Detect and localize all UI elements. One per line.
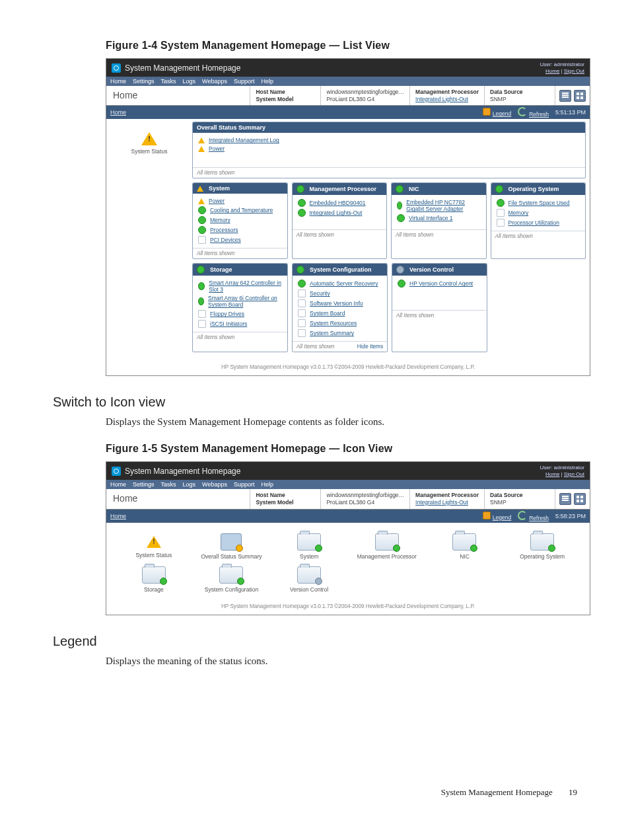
folder-management-processor[interactable]: Management Processor	[351, 533, 423, 560]
host-name-label: Host Name	[256, 89, 315, 96]
view-icon-button[interactable]	[574, 493, 586, 505]
folder-label: Overall Status Summary	[196, 553, 267, 560]
menu-webapps[interactable]: Webapps	[202, 481, 227, 488]
folder-version-control[interactable]: Version Control	[273, 566, 345, 593]
view-list-button[interactable]	[559, 493, 571, 505]
document-icon	[298, 319, 306, 327]
hp-logo-icon	[112, 467, 121, 476]
view-list-button[interactable]	[559, 90, 571, 102]
list-item[interactable]: Processors	[198, 226, 282, 234]
list-item[interactable]: Smart Array 642 Controller in Slot 3	[198, 280, 282, 293]
menu-support[interactable]: Support	[234, 78, 255, 85]
list-item[interactable]: File System Space Used	[497, 199, 580, 207]
page-footer: System Management Homepage 19	[53, 787, 590, 798]
folder-icon	[297, 566, 321, 584]
system-status-label: System Status	[109, 148, 190, 155]
folder-storage[interactable]: Storage	[118, 566, 190, 593]
refresh-link[interactable]: Refresh	[529, 515, 549, 521]
list-item[interactable]: System Resources	[298, 319, 382, 327]
folder-system-configuration[interactable]: System Configuration	[196, 566, 267, 593]
list-item[interactable]: Cooling and Temperature	[198, 206, 282, 214]
ok-icon	[297, 185, 304, 193]
infobar: Home Host Name System Model windowssnmpt…	[106, 489, 590, 509]
folder-overall-status-summary[interactable]: Overall Status Summary	[196, 533, 267, 560]
link-home[interactable]: Home	[545, 471, 559, 477]
list-item[interactable]: Memory	[198, 216, 282, 224]
list-item[interactable]: Integrated Management Log	[198, 137, 580, 143]
mp-label: Management Processor	[415, 89, 479, 96]
left-pane: System Status	[106, 119, 192, 360]
breadcrumb-home[interactable]: Home	[110, 109, 126, 116]
menu-logs[interactable]: Logs	[183, 78, 196, 85]
heading-switch-to-icon-view: Switch to Icon view	[53, 395, 590, 410]
menu-logs[interactable]: Logs	[183, 481, 196, 488]
list-item[interactable]: Virtual Interface 1	[397, 214, 481, 222]
mp-link[interactable]: Integrated Lights-Out	[415, 96, 479, 103]
list-item[interactable]: Smart Array 6i Controller on System Boar…	[198, 295, 282, 308]
menu-help[interactable]: Help	[261, 481, 273, 488]
list-item[interactable]: Security	[298, 289, 382, 297]
menu-help[interactable]: Help	[261, 78, 273, 85]
nic-box: NIC Embedded HP NC7782 Gigabit Server Ad…	[391, 182, 487, 259]
list-item[interactable]: Embedded HP NC7782 Gigabit Server Adapte…	[397, 199, 481, 212]
breadcrumb-home[interactable]: Home	[110, 513, 126, 519]
list-item[interactable]: Memory	[497, 209, 580, 217]
data-source-value: SNMP	[490, 96, 549, 103]
document-icon	[298, 329, 306, 337]
menu-settings[interactable]: Settings	[133, 481, 155, 488]
mp-link[interactable]: Integrated Lights-Out	[415, 499, 479, 506]
link-home[interactable]: Home	[545, 68, 559, 74]
menu-tasks[interactable]: Tasks	[161, 481, 176, 488]
all-items-shown: All Items shown	[197, 334, 234, 340]
menu-support[interactable]: Support	[234, 481, 255, 488]
system-header: System	[209, 185, 230, 192]
user-line: User: administrator	[540, 465, 584, 471]
warning-triangle-icon	[198, 137, 205, 143]
menu-home[interactable]: Home	[110, 481, 126, 488]
legend-icon	[483, 108, 491, 116]
legend-link[interactable]: Legend	[493, 110, 511, 117]
page-title: Home	[106, 489, 144, 508]
list-item[interactable]: Power	[198, 145, 580, 152]
folder-label: System	[273, 553, 345, 560]
link-signout[interactable]: Sign Out	[564, 471, 584, 477]
folder-system-status[interactable]: System Status	[118, 533, 190, 560]
data-source-value: SNMP	[490, 499, 549, 506]
legend-link[interactable]: Legend	[493, 514, 511, 521]
list-item[interactable]: HP Version Control Agent	[398, 280, 481, 287]
storage-box: Storage Smart Array 642 Controller in Sl…	[192, 263, 288, 352]
system-model-value: ProLiant DL380 G4	[326, 499, 404, 506]
link-signout[interactable]: Sign Out	[564, 68, 584, 74]
mp-box: Management Processor Embedded HBD90401In…	[292, 182, 388, 259]
item-label: System Board	[310, 310, 345, 317]
folder-operating-system[interactable]: Operating System	[507, 533, 578, 560]
folder-system[interactable]: System	[273, 533, 345, 560]
list-item[interactable]: System Board	[298, 309, 382, 317]
list-item[interactable]: Integrated Lights-Out	[298, 209, 382, 217]
item-label: File System Space Used	[508, 200, 570, 206]
list-item[interactable]: Automatic Server Recovery	[298, 280, 382, 287]
hide-items-link[interactable]: Hide Items	[357, 344, 383, 350]
list-item[interactable]: Software Version Info	[298, 299, 382, 307]
menu-tasks[interactable]: Tasks	[161, 78, 176, 85]
all-items-shown: All Items shown	[396, 232, 433, 238]
document-icon	[298, 309, 306, 317]
all-items-shown: All Items shown	[197, 170, 234, 176]
footer-title: System Management Homepage	[441, 787, 553, 797]
list-item[interactable]: PCI Devices	[198, 236, 282, 244]
list-item[interactable]: Power	[198, 198, 282, 204]
menu-webapps[interactable]: Webapps	[202, 78, 227, 85]
list-item[interactable]: iSCSI Initiators	[198, 320, 282, 328]
menu-settings[interactable]: Settings	[133, 78, 155, 85]
refresh-link[interactable]: Refresh	[529, 111, 549, 118]
list-item[interactable]: Floppy Drives	[198, 310, 282, 318]
item-label: Security	[310, 290, 330, 297]
menu-home[interactable]: Home	[110, 78, 126, 85]
system-model-label: System Model	[256, 499, 315, 506]
list-item[interactable]: System Summary	[298, 329, 382, 337]
ok-icon	[198, 206, 206, 214]
list-item[interactable]: Embedded HBD90401	[298, 199, 382, 207]
list-item[interactable]: Processor Utilization	[497, 219, 580, 227]
folder-nic[interactable]: NIC	[429, 533, 501, 560]
view-icon-button[interactable]	[574, 90, 586, 102]
